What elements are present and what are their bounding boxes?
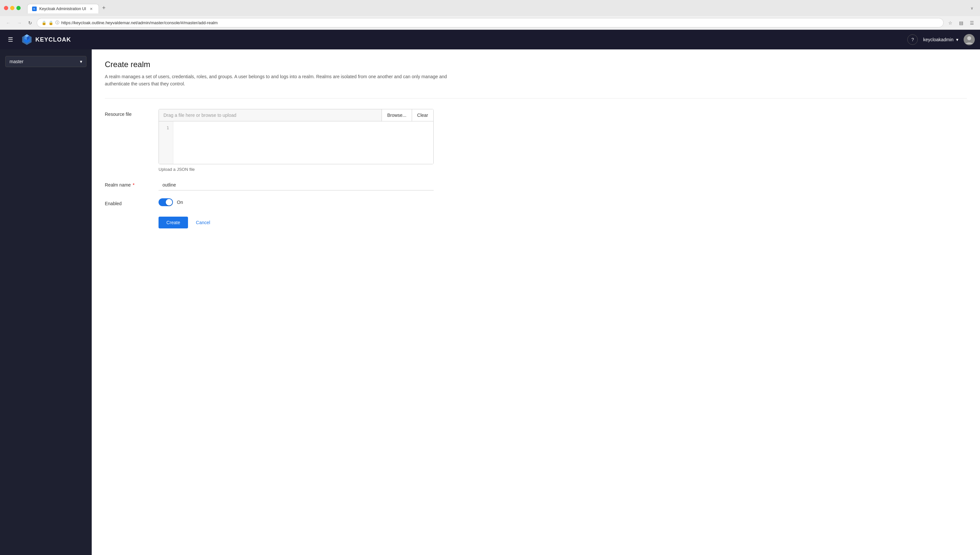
security-icon: 🔒 [42,21,47,25]
browser-titlebar: K Keycloak Administration UI ✕ + ∨ [0,0,980,16]
enabled-toggle[interactable] [159,198,173,206]
realm-selector-arrow: ▾ [80,59,82,64]
toggle-row: On [159,198,434,206]
tab-title: Keycloak Administration UI [39,6,86,11]
menu-button[interactable]: ☰ [968,20,976,26]
top-nav-right: ? keycloakadmin ▾ [907,34,975,45]
tab-close-button[interactable]: ✕ [89,6,94,11]
realm-selector[interactable]: master ▾ [5,56,87,67]
page-title: Create realm [105,60,967,69]
bookmark-button[interactable]: ☆ [946,20,954,26]
upload-hint: Upload a JSON file [159,167,434,172]
drag-placeholder: Drag a file here or browse to upload [159,109,381,121]
logo-icon [21,34,33,45]
realm-name-field [159,180,434,191]
traffic-light-yellow[interactable] [10,6,14,10]
dropdown-arrow: ▾ [956,37,958,42]
address-bar[interactable]: 🔒 🔒 ⓘ https://keycloak.outline.heyvaldem… [37,18,944,27]
page-description: A realm manages a set of users, credenti… [105,73,465,88]
help-button[interactable]: ? [907,34,918,45]
forward-button[interactable]: → [15,19,24,27]
resource-file-label: Resource file [105,109,151,117]
sidebar: master ▾ [0,50,92,555]
hamburger-menu[interactable]: ☰ [5,34,16,46]
resource-file-row: Resource file Drag a file here or browse… [105,109,967,172]
new-tab-button[interactable]: + [99,3,109,13]
create-button[interactable]: Create [159,217,188,228]
file-upload-area: Drag a file here or browse to upload Bro… [159,109,434,164]
svg-point-6 [967,36,971,40]
active-tab[interactable]: K Keycloak Administration UI ✕ [27,4,99,13]
user-dropdown[interactable]: keycloakadmin ▾ [923,37,958,42]
back-button[interactable]: ← [4,19,13,27]
keycloak-logo: KEYCLOAK [21,34,71,45]
app-layout: master ▾ Create realm A realm manages a … [0,50,980,555]
clear-button[interactable]: Clear [412,109,433,121]
file-editor: 1 [159,121,433,164]
refresh-button[interactable]: ↻ [26,19,34,27]
toggle-state-label: On [177,200,183,205]
realm-name-input[interactable] [159,180,434,191]
required-indicator: * [133,182,134,188]
avatar-icon [964,34,975,45]
browse-button[interactable]: Browse... [381,109,411,121]
enabled-label: Enabled [105,198,151,206]
realm-name-row: Realm name * [105,180,967,191]
tab-expand-icon: ∨ [968,5,976,12]
main-content: Create realm A realm manages a set of us… [92,50,980,555]
file-upload-header: Drag a file here or browse to upload Bro… [159,109,433,121]
realm-name-label: Realm name * [105,180,151,188]
tab-favicon: K [32,6,37,11]
extensions-button[interactable]: ▤ [957,20,965,26]
url-text: https://keycloak.outline.heyvaldemar.net… [61,20,939,25]
tab-end: ∨ [503,5,977,12]
traffic-light-green[interactable] [16,6,21,10]
browser-tabs: K Keycloak Administration UI ✕ + [27,3,500,13]
browser-addressbar: ← → ↻ 🔒 🔒 ⓘ https://keycloak.outline.hey… [0,16,980,29]
toggle-slider [159,198,173,206]
user-avatar[interactable] [964,34,975,45]
file-content-textarea[interactable] [173,121,433,164]
action-buttons: Create Cancel [105,217,967,228]
resource-file-field: Drag a file here or browse to upload Bro… [159,109,434,172]
cancel-button[interactable]: Cancel [193,217,213,228]
traffic-lights [4,6,21,10]
traffic-light-red[interactable] [4,6,8,10]
lock-icon: 🔒 [48,21,53,25]
address-actions: ☆ ▤ ☰ [946,20,976,26]
enabled-row: Enabled On [105,198,967,206]
line-numbers: 1 [159,121,173,164]
user-name: keycloakadmin [923,37,953,42]
realm-selector-label: master [10,59,24,64]
enabled-field: On [159,198,434,206]
browser-chrome: K Keycloak Administration UI ✕ + ∨ ← → ↻… [0,0,980,30]
top-nav: ☰ KEYCLOAK ? keycloakadmin ▾ [0,30,980,50]
logo-text: KEYCLOAK [35,36,71,43]
info-icon: ⓘ [55,20,59,26]
